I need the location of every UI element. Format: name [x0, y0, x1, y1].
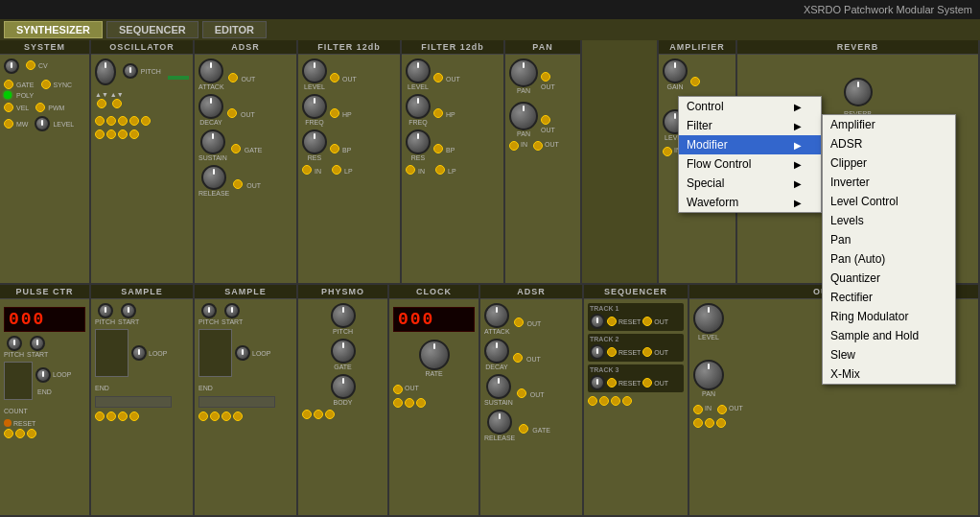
- pulse-in[interactable]: [4, 429, 13, 438]
- seq-track1-out[interactable]: [642, 317, 652, 326]
- menu-item-modifier[interactable]: Modifier ▶: [679, 135, 821, 154]
- seq-track1-reset[interactable]: [607, 317, 617, 326]
- physmo-body-knob[interactable]: [331, 374, 356, 399]
- samp2-level[interactable]: [222, 411, 231, 421]
- pulse-start-knob[interactable]: [30, 336, 45, 351]
- adsr-out3[interactable]: [233, 179, 243, 189]
- gate-jack[interactable]: [4, 80, 13, 89]
- sync-jack[interactable]: [41, 80, 51, 89]
- samp2-out2[interactable]: [233, 411, 243, 421]
- adsr2-out2[interactable]: [513, 353, 523, 363]
- pwm-jack[interactable]: [35, 103, 45, 112]
- output-pan-jack[interactable]: [716, 418, 726, 428]
- filter1-level-knob[interactable]: [302, 59, 327, 83]
- sustain-knob[interactable]: [200, 129, 225, 154]
- seq-out2[interactable]: [611, 396, 620, 406]
- osc-out3[interactable]: [118, 129, 128, 139]
- samp2-gate[interactable]: [210, 411, 220, 421]
- clock-out3[interactable]: [416, 398, 426, 408]
- filter2-out[interactable]: [433, 73, 443, 82]
- output-out1[interactable]: [717, 405, 727, 414]
- seq-track2-knob[interactable]: [590, 344, 605, 360]
- adsr-out2[interactable]: [227, 108, 237, 118]
- tab-synthesizer[interactable]: SYNTHESIZER: [4, 21, 103, 38]
- adsr2-gate[interactable]: [519, 424, 528, 434]
- seq-out1[interactable]: [588, 396, 597, 406]
- filter1-hp[interactable]: [330, 108, 339, 118]
- attack-knob[interactable]: [198, 59, 223, 83]
- adsr-out1[interactable]: [228, 73, 238, 82]
- pulse-out[interactable]: [15, 429, 25, 438]
- menu-item-control[interactable]: Control ▶: [679, 97, 821, 116]
- seq-track3-knob[interactable]: [590, 375, 605, 390]
- samp1-level[interactable]: [118, 411, 128, 421]
- menu-item-waveform[interactable]: Waveform ▶: [679, 193, 821, 212]
- pulse-loop-knob[interactable]: [35, 367, 51, 383]
- pan-in1[interactable]: [509, 141, 519, 151]
- osc-knob1[interactable]: [95, 59, 116, 85]
- output-out2[interactable]: [705, 418, 714, 428]
- menu-item-filter[interactable]: Filter ▶: [679, 116, 821, 135]
- pulse-pitch-knob[interactable]: [7, 336, 22, 351]
- clock-rate-knob[interactable]: [419, 340, 450, 370]
- samp1-pitch-knob[interactable]: [98, 303, 113, 318]
- adsr2-sustain-knob[interactable]: [486, 374, 511, 399]
- filter1-out[interactable]: [330, 73, 339, 82]
- clock-out1[interactable]: [393, 385, 403, 394]
- level-knob-sys[interactable]: [35, 116, 50, 131]
- pitch-knob[interactable]: [123, 63, 138, 79]
- output-pan-knob[interactable]: [693, 360, 724, 390]
- decay-knob[interactable]: [198, 94, 223, 119]
- osc-jack7[interactable]: [141, 116, 151, 126]
- samp1-loop-knob[interactable]: [131, 345, 147, 361]
- context-menu[interactable]: Control ▶ Filter ▶ Modifier ▶ Flow Contr…: [678, 96, 822, 213]
- samp1-out1[interactable]: [95, 411, 105, 421]
- seq-gate[interactable]: [599, 396, 609, 406]
- tab-sequencer[interactable]: SEQUENCER: [106, 21, 198, 38]
- filter1-res-knob[interactable]: [302, 129, 327, 154]
- physmo-gate-knob[interactable]: [331, 339, 356, 364]
- filter1-lp[interactable]: [332, 165, 341, 175]
- osc-out4[interactable]: [129, 129, 139, 139]
- amp-in[interactable]: [663, 147, 672, 156]
- physmo-out1[interactable]: [302, 410, 312, 419]
- samp2-out1[interactable]: [198, 411, 208, 421]
- osc-jack2[interactable]: [112, 99, 122, 108]
- menu-item-flow-control[interactable]: Flow Control ▶: [679, 154, 821, 174]
- seq-track2-reset[interactable]: [607, 347, 617, 357]
- reverb-knob1[interactable]: [844, 78, 873, 106]
- filter1-in[interactable]: [302, 165, 312, 175]
- filter1-bp[interactable]: [330, 144, 339, 153]
- adsr2-attack-knob[interactable]: [484, 303, 509, 328]
- seq-track3-reset[interactable]: [607, 378, 617, 388]
- filter2-level-knob[interactable]: [406, 59, 431, 83]
- amp-gain-knob[interactable]: [663, 59, 688, 83]
- filter1-freq-knob[interactable]: [302, 94, 327, 119]
- pan-out2[interactable]: [541, 115, 550, 125]
- seq-track2-out[interactable]: [642, 347, 652, 357]
- osc-out1[interactable]: [95, 129, 105, 139]
- pan-out1[interactable]: [541, 72, 550, 82]
- physmo-out3[interactable]: [325, 410, 335, 419]
- amp-out1[interactable]: [690, 77, 700, 86]
- tab-editor[interactable]: EDITOR: [202, 21, 267, 38]
- samp1-out2[interactable]: [129, 411, 139, 421]
- osc-jack6[interactable]: [129, 116, 139, 126]
- system-knob1[interactable]: [4, 59, 19, 74]
- release-knob[interactable]: [201, 165, 226, 190]
- adsr2-decay-knob[interactable]: [484, 339, 509, 364]
- seq-track1-knob[interactable]: [590, 314, 605, 329]
- filter2-res-knob[interactable]: [406, 129, 431, 154]
- output-level-knob[interactable]: [693, 303, 724, 334]
- seq-track3-out[interactable]: [642, 378, 652, 388]
- mw-jack[interactable]: [4, 119, 13, 129]
- menu-item-special[interactable]: Special ▶: [679, 174, 821, 193]
- samp1-gate[interactable]: [106, 411, 116, 421]
- osc-jack3[interactable]: [95, 116, 105, 126]
- adsr2-release-knob[interactable]: [487, 410, 512, 435]
- pan-knob2[interactable]: [509, 102, 538, 130]
- output-in2[interactable]: [693, 418, 703, 428]
- filter2-hp[interactable]: [433, 108, 443, 118]
- physmo-out2[interactable]: [314, 410, 323, 419]
- cv-jack[interactable]: [26, 60, 35, 70]
